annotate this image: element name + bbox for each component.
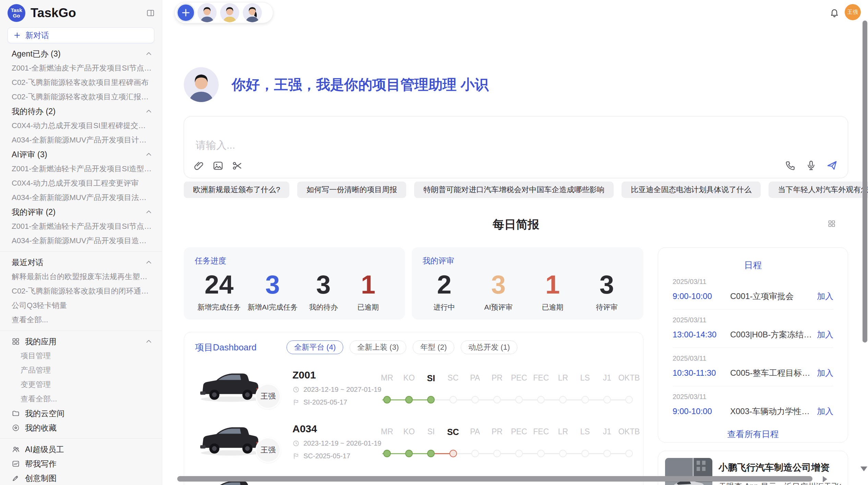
mic-icon[interactable]	[805, 160, 817, 171]
agent-avatar[interactable]	[243, 3, 262, 22]
sidebar-item[interactable]: 我的云空间	[0, 406, 162, 421]
join-meeting-link[interactable]: 加入	[817, 329, 833, 340]
image-icon[interactable]	[212, 160, 224, 172]
chat-input-placeholder: 请输入...	[196, 138, 235, 152]
milestone-dot[interactable]	[427, 396, 435, 403]
milestone-dot[interactable]	[603, 450, 611, 457]
sidebar-section-header[interactable]: 我的评审 (2)	[0, 205, 162, 219]
milestone-dot[interactable]	[581, 396, 589, 403]
milestone-dot[interactable]	[383, 450, 391, 457]
milestone-dot[interactable]	[449, 396, 457, 403]
greeting-text: 你好，王强，我是你的项目管理助理 小识	[232, 75, 489, 94]
paperclip-icon[interactable]	[193, 160, 205, 172]
sidebar-section-header[interactable]: AI评审 (3)	[0, 147, 162, 162]
milestone-dot[interactable]	[581, 450, 589, 457]
dashboard-tab[interactable]: 全新平台 (4)	[287, 340, 343, 354]
milestone-dot[interactable]	[493, 450, 501, 457]
vertical-scrollbar[interactable]	[863, 21, 867, 343]
task-item[interactable]: A034-全新新能源MUV产品开发项目法规符合性评审	[0, 190, 162, 205]
scroll-down-arrow[interactable]	[860, 467, 867, 471]
task-item[interactable]: Z001-全新燃油轻卡产品开发项目SI节点属性5D文件评审	[0, 219, 162, 234]
milestone-dot[interactable]	[537, 396, 545, 403]
milestone-dot[interactable]	[405, 450, 413, 457]
user-avatar[interactable]: 王强	[845, 4, 861, 20]
milestone-dot[interactable]	[405, 396, 413, 403]
sidebar-item-label: 我的应用	[25, 336, 57, 347]
stat-label: 待评审	[588, 302, 626, 312]
milestone-dot[interactable]	[515, 396, 523, 403]
milestone-dot[interactable]	[625, 396, 633, 403]
task-item[interactable]: C0X4-动力总成开发项目SI里程碑提交物检查	[0, 119, 162, 133]
recent-chat-item[interactable]: C02-飞腾新能源轻客改款项目的闭环通告反馈情况	[0, 284, 162, 298]
suggestion-chip[interactable]: 如何写一份清晰的项目周报	[297, 182, 406, 198]
milestone-dot[interactable]	[449, 450, 457, 457]
sidebar: Task Go TaskGo 新对话 Agent已办 (3)Z001-全新燃油皮…	[0, 0, 162, 485]
bell-icon[interactable]	[829, 8, 840, 18]
layout-grid-icon[interactable]	[828, 220, 836, 228]
sidebar-section-header[interactable]: Agent已办 (3)	[0, 47, 162, 61]
app-sub-item[interactable]: 查看全部...	[0, 392, 162, 406]
milestone-dot[interactable]	[427, 450, 435, 457]
task-item[interactable]: Z001-全新燃油轻卡产品开发项目SI造型提交物评审	[0, 162, 162, 176]
phone-icon[interactable]	[785, 160, 796, 171]
project-name[interactable]: A034	[292, 423, 381, 435]
briefing-card: 任务进度24新增完成任务3新增AI完成任务3我的待办1已逾期	[184, 247, 405, 320]
panel-toggle-icon[interactable]	[146, 9, 155, 17]
milestone-dot[interactable]	[383, 396, 391, 403]
view-all-schedule-link[interactable]: 查看所有日程	[673, 428, 833, 440]
dashboard-tab[interactable]: 动总开发 (1)	[461, 340, 517, 354]
divider	[0, 331, 162, 331]
task-item[interactable]: A034-全新新能源MUV产品开发项目造型可行性评审	[0, 234, 162, 248]
recent-chat-item[interactable]: 查看全部...	[0, 313, 162, 327]
add-agent-button[interactable]	[178, 4, 194, 21]
sidebar-section-header[interactable]: 我的待办 (2)	[0, 104, 162, 119]
milestone-dot[interactable]	[471, 396, 479, 403]
task-item[interactable]: Z001-全新燃油皮卡产品开发项目SI节点Lesson Learn报告	[0, 61, 162, 75]
join-meeting-link[interactable]: 加入	[817, 368, 833, 378]
dashboard-tab[interactable]: 年型 (2)	[413, 340, 454, 354]
scroll-right-arrow[interactable]	[823, 476, 827, 482]
recent-chat-item[interactable]: 公司Q3轻卡销量	[0, 298, 162, 313]
suggestion-chip[interactable]: 欧洲新规最近颁布了什么?	[184, 182, 289, 198]
task-item[interactable]: C02-飞腾新能源轻客改款项目里程碑画布	[0, 75, 162, 90]
project-name[interactable]: Z001	[292, 369, 381, 381]
milestone-dot[interactable]	[537, 450, 545, 457]
sidebar-item[interactable]: 帮我写作	[0, 457, 162, 471]
new-chat-button[interactable]: 新对话	[8, 27, 154, 43]
agent-avatar[interactable]	[220, 3, 239, 22]
task-item[interactable]: A034-全新新能源MUV产品开发项目计划变更表编写	[0, 133, 162, 147]
suggestion-chip[interactable]: 比亚迪全固态电池计划具体说了什么	[622, 182, 761, 198]
milestone-dot[interactable]	[493, 396, 501, 403]
star-badge-icon	[12, 424, 20, 432]
join-meeting-link[interactable]: 加入	[817, 406, 833, 416]
milestone-dot[interactable]	[471, 450, 479, 457]
sidebar-item[interactable]: 创意制图	[0, 471, 162, 485]
milestone-label: PA	[470, 373, 480, 383]
suggestion-chip[interactable]: 当下年轻人对汽车外观有怎样的喜好趋势	[769, 182, 868, 198]
app-sub-item[interactable]: 项目管理	[0, 349, 162, 363]
join-meeting-link[interactable]: 加入	[817, 291, 833, 301]
chat-input-card[interactable]: 请输入...	[184, 116, 848, 178]
app-sub-item[interactable]: 产品管理	[0, 363, 162, 377]
task-item[interactable]: C0X4-动力总成开发项目工程变更评审	[0, 176, 162, 190]
dashboard-tab[interactable]: 全新上装 (3)	[350, 340, 406, 354]
milestone-dot[interactable]	[559, 396, 567, 403]
send-icon[interactable]	[826, 159, 838, 172]
scissors-icon[interactable]	[231, 160, 243, 172]
recent-chats-header[interactable]: 最近对话	[0, 255, 162, 270]
suggestion-chip[interactable]: 特朗普可能对进口汽车增税会对中国车企造成哪些影响	[414, 182, 614, 198]
milestone-dot[interactable]	[559, 450, 567, 457]
horizontal-scrollbar[interactable]	[177, 476, 812, 482]
task-item[interactable]: C02-飞腾新能源轻客改款项目立项汇报方案	[0, 90, 162, 104]
milestone-dot[interactable]	[625, 450, 633, 457]
app-sub-item[interactable]: 变更管理	[0, 377, 162, 392]
sidebar-item[interactable]: AI超级员工	[0, 442, 162, 457]
milestone-dot[interactable]	[603, 396, 611, 403]
schedule-date: 2025/03/11	[673, 315, 833, 324]
milestone-dot[interactable]	[515, 450, 523, 457]
sidebar-item[interactable]: 我的收藏	[0, 421, 162, 435]
stat-value: 2	[425, 269, 463, 300]
recent-chat-item[interactable]: 解释最新出台的欧盟报废车法规再生塑料比例被调至15%...	[0, 270, 162, 284]
agent-avatar[interactable]	[197, 3, 217, 22]
sidebar-item-my-apps[interactable]: 我的应用	[0, 334, 162, 349]
